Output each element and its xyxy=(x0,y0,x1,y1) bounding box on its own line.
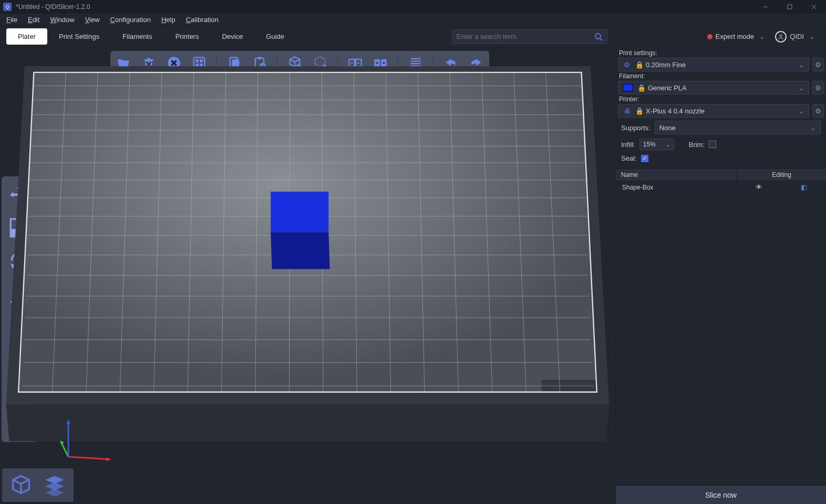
filament-color-swatch xyxy=(623,84,633,91)
col-editing-header: Editing xyxy=(737,169,826,181)
supports-label: Supports: xyxy=(621,124,651,132)
svg-marker-86 xyxy=(271,232,329,269)
infill-select[interactable]: 15% ⌄ xyxy=(639,139,674,150)
filament-edit-button[interactable]: ⚙ xyxy=(812,81,824,94)
print-settings-edit-button[interactable]: ⚙ xyxy=(812,58,824,71)
view-3d-button[interactable] xyxy=(4,470,38,500)
svg-marker-88 xyxy=(106,457,110,461)
right-panel: Print settings: ⚙ 🔒 0.20mm Fine ⌄ ⚙ Fila… xyxy=(615,48,826,504)
tab-filaments[interactable]: Filaments xyxy=(111,28,163,45)
menu-view[interactable]: View xyxy=(80,15,105,25)
menu-help[interactable]: Help xyxy=(156,15,181,25)
printer-edit-button[interactable]: ⚙ xyxy=(812,104,824,118)
brim-label: Brim: xyxy=(689,141,705,149)
titlebar: Q *Untitled - QIDISlicer-1.2.0 xyxy=(0,0,826,14)
view-switcher xyxy=(2,468,74,502)
view-layers-button[interactable] xyxy=(38,470,71,500)
object-name: Shape-Box xyxy=(616,184,737,191)
print-settings-label: Print settings: xyxy=(619,49,823,57)
close-button[interactable] xyxy=(802,0,826,14)
svg-marker-85 xyxy=(271,192,328,232)
print-bed xyxy=(0,48,615,466)
edit-icon[interactable]: ◧ xyxy=(801,183,807,191)
brim-checkbox[interactable] xyxy=(709,141,716,148)
mode-label: Expert mode xyxy=(716,33,755,40)
svg-point-4 xyxy=(595,34,601,39)
filament-dropdown[interactable]: 🔒 Generic PLA ⌄ xyxy=(618,81,809,94)
chevron-down-icon: ⌄ xyxy=(759,33,765,40)
object-list-header: Name Editing xyxy=(616,169,826,181)
search-icon[interactable] xyxy=(594,33,603,41)
tab-guide[interactable]: Guide xyxy=(254,28,296,45)
expert-mode-dot-icon xyxy=(707,34,713,39)
visibility-icon[interactable]: 👁 xyxy=(756,183,762,191)
minimize-button[interactable] xyxy=(753,0,778,14)
printer-label: Printer: xyxy=(619,96,823,103)
svg-line-87 xyxy=(68,457,110,459)
col-name-header: Name xyxy=(616,169,737,181)
chevron-down-icon: ⌄ xyxy=(799,61,804,69)
tab-printers[interactable]: Printers xyxy=(164,28,211,45)
search-input[interactable] xyxy=(457,33,594,40)
printer-value: X-Plus 4 0.4 nozzle xyxy=(646,107,794,115)
infill-value: 15% xyxy=(643,141,656,148)
seal-checkbox[interactable] xyxy=(641,155,648,162)
axis-gizmo xyxy=(58,415,121,467)
model-shape-box xyxy=(271,192,329,269)
tab-device[interactable]: Device xyxy=(210,28,254,45)
print-settings-dropdown[interactable]: ⚙ 🔒 0.20mm Fine ⌄ xyxy=(618,58,809,71)
tab-plater[interactable]: Plater xyxy=(6,28,47,45)
lock-icon: 🔒 xyxy=(635,107,642,115)
svg-marker-92 xyxy=(66,420,70,424)
seal-label: Seal: xyxy=(621,154,637,162)
infill-label: Infill: xyxy=(621,141,635,149)
print-settings-value: 0.20mm Fine xyxy=(646,61,794,69)
object-row[interactable]: Shape-Box 👁 ◧ xyxy=(616,181,826,194)
menu-file[interactable]: File xyxy=(1,15,23,25)
account-menu[interactable]: QIDI ⌄ xyxy=(775,31,814,43)
menu-configuration[interactable]: Configuration xyxy=(105,15,156,25)
account-name: QIDI xyxy=(790,33,804,40)
supports-value: None xyxy=(659,124,806,132)
filament-label: Filament: xyxy=(619,72,823,80)
maximize-button[interactable] xyxy=(778,0,802,14)
tab-print-settings[interactable]: Print Settings xyxy=(47,28,111,45)
chevron-down-icon: ⌄ xyxy=(799,84,804,92)
svg-point-6 xyxy=(780,35,782,37)
chevron-down-icon: ⌄ xyxy=(665,141,670,148)
chevron-down-icon: ⌄ xyxy=(799,107,804,115)
menu-window[interactable]: Window xyxy=(45,15,79,25)
printer-dropdown[interactable]: 🖶 🔒 X-Plus 4 0.4 nozzle ⌄ xyxy=(618,104,809,118)
menubar: File Edit Window View Configuration Help… xyxy=(0,14,826,26)
chevron-down-icon: ⌄ xyxy=(809,33,814,40)
menu-edit[interactable]: Edit xyxy=(23,15,45,25)
svg-rect-1 xyxy=(788,5,792,9)
slice-button[interactable]: Slice now xyxy=(616,485,826,504)
menu-calibration[interactable]: Calibration xyxy=(181,15,224,25)
filament-value: Generic PLA xyxy=(648,84,794,92)
window-title: *Untitled - QIDISlicer-1.2.0 xyxy=(16,3,90,10)
plater-viewport[interactable]: + + xyxy=(0,48,615,504)
svg-line-5 xyxy=(600,38,602,40)
gear-icon: ⚙ xyxy=(623,61,631,69)
chevron-down-icon: ⌄ xyxy=(810,124,816,132)
app-icon: Q xyxy=(3,3,12,11)
printer-icon: 🖶 xyxy=(623,107,631,115)
supports-dropdown[interactable]: None ⌄ xyxy=(655,121,821,134)
lock-icon: 🔒 xyxy=(637,84,644,92)
mode-selector[interactable]: Expert mode ⌄ xyxy=(707,33,765,40)
lock-icon: 🔒 xyxy=(635,61,642,69)
account-icon xyxy=(775,31,787,43)
search-box[interactable] xyxy=(452,29,607,44)
object-list-area xyxy=(616,194,826,485)
tabbar: Plater Print Settings Filaments Printers… xyxy=(0,26,826,48)
